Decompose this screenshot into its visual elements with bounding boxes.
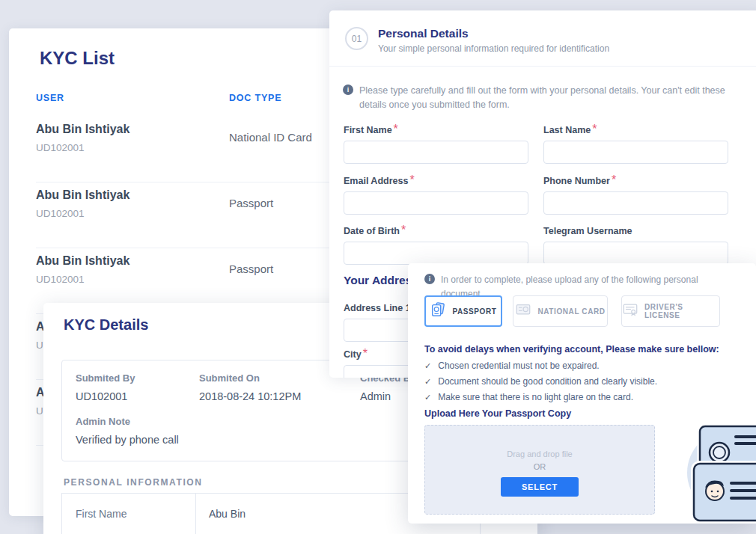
submitted-by-label: Submited By	[76, 372, 135, 384]
last-name-label: Last Name	[543, 125, 591, 135]
phone-number-input[interactable]	[543, 191, 728, 215]
form-note-text: Please type carefully and fill out the f…	[359, 84, 743, 113]
submitted-on-label: Submited On	[199, 372, 260, 384]
checklist-item-text: Make sure that there is no light glare o…	[438, 392, 633, 402]
first-name-label: First Name	[344, 125, 392, 135]
check-icon: ✓	[424, 377, 431, 387]
email-address-input[interactable]	[344, 191, 528, 215]
user-name: Abu Bin Ishtiyak	[36, 188, 129, 202]
your-address-title: Your Address	[344, 274, 418, 287]
required-mark: *	[592, 123, 597, 135]
user-id: UD102001	[36, 274, 85, 285]
user-id: UD102001	[36, 208, 85, 219]
header-divider	[329, 66, 756, 67]
national-card-doc-button[interactable]: NATIONAL CARD	[513, 295, 608, 327]
cell-divider	[195, 494, 196, 534]
doc-type: Passport	[229, 263, 273, 275]
drivers-license-icon	[622, 301, 638, 321]
user-name: Abu Bin Ishtiyak	[36, 123, 129, 136]
required-mark: *	[394, 123, 398, 135]
checklist-item-text: Document should be good condition and cl…	[438, 376, 657, 387]
first-name-row-value: Abu Bin	[209, 508, 246, 520]
address-line-1-label: Address Line 1	[344, 303, 411, 313]
city-label: City	[344, 349, 362, 360]
upload-here-title: Upload Here Your Passport Copy	[424, 408, 571, 419]
checklist-item: ✓ Chosen credential must not be expaired…	[424, 360, 600, 371]
upload-document-panel: i In order to complete, please upload an…	[408, 263, 756, 524]
telegram-username-input[interactable]	[543, 242, 728, 265]
personal-details-title: Personal Details	[378, 27, 469, 40]
kyc-details-title: KYC Details	[64, 316, 148, 334]
user-id: UD102001	[36, 142, 85, 153]
select-file-button[interactable]: SELECT	[501, 477, 579, 497]
check-icon: ✓	[424, 393, 431, 402]
column-header-user[interactable]: USER	[36, 93, 64, 103]
checklist-item: ✓ Make sure that there is no light glare…	[424, 392, 633, 402]
form-note: i Please type carefully and fill out the…	[343, 84, 743, 113]
submitted-on-value: 2018-08-24 10:12PM	[199, 390, 301, 402]
id-cards-illustration	[671, 419, 756, 534]
admin-note-label: Admin Note	[76, 416, 130, 427]
date-of-birth-label: Date of Birth	[344, 226, 400, 236]
phone-number-label: Phone Number	[543, 176, 610, 186]
telegram-username-field: Telegram Username*	[543, 224, 728, 265]
first-name-input[interactable]	[344, 141, 528, 164]
required-mark: *	[409, 174, 414, 186]
user-name: Abu Bin Ishtiyak	[36, 254, 129, 268]
submitted-by-value: UD102001	[76, 390, 127, 402]
date-of-birth-input[interactable]	[344, 242, 528, 265]
drivers-license-button-label: DRIVER'S LICENSE	[644, 303, 719, 319]
checked-by-value: Admin	[360, 390, 391, 402]
passport-button-label: PASSPORT	[452, 307, 496, 316]
admin-note-value: Verified by phone call	[76, 434, 179, 446]
doc-type: National ID Card	[229, 131, 312, 144]
passport-icon	[430, 301, 446, 321]
checklist-item: ✓ Document should be good condition and …	[424, 376, 657, 387]
step-number-badge: 01	[345, 27, 368, 50]
last-name-input[interactable]	[543, 141, 728, 164]
email-address-field: Email Address*	[344, 174, 528, 215]
kyc-admin-screen: KYC List USER DOC TYPE Abu Bin Ishtiyak …	[0, 0, 756, 534]
doc-type: Passport	[229, 197, 273, 209]
national-card-icon	[515, 301, 531, 321]
date-of-birth-field: Date of Birth*	[344, 224, 528, 265]
checklist-item-text: Chosen credential must not be expaired.	[438, 360, 599, 371]
column-header-doc-type[interactable]: DOC TYPE	[229, 93, 281, 103]
drivers-license-doc-button[interactable]: DRIVER'S LICENSE	[621, 295, 720, 327]
info-icon: i	[424, 274, 435, 284]
dropzone-hint: Drag and drop file	[425, 449, 654, 458]
required-mark: *	[401, 224, 406, 236]
email-address-label: Email Address	[344, 176, 408, 186]
check-icon: ✓	[424, 361, 431, 371]
required-mark: *	[363, 347, 368, 360]
info-icon: i	[343, 85, 353, 95]
dropzone-separator: OR	[425, 462, 654, 471]
personal-details-subtitle: Your simple personal information require…	[378, 43, 609, 54]
id-card-graphic	[694, 464, 756, 521]
national-card-button-label: NATIONAL CARD	[537, 307, 605, 316]
first-name-field: First Name*	[344, 123, 528, 164]
last-name-field: Last Name*	[543, 123, 728, 164]
first-name-row-label: First Name	[76, 508, 126, 520]
telegram-username-label: Telegram Username	[543, 226, 632, 236]
required-mark: *	[612, 174, 616, 186]
phone-number-field: Phone Number*	[543, 174, 728, 215]
personal-information-section-title: PERSONAL INFORMATION	[64, 477, 203, 488]
kyc-list-title: KYC List	[40, 48, 115, 69]
passport-doc-button[interactable]: PASSPORT	[424, 295, 502, 327]
checklist-title: To avoid delays when verifying account, …	[424, 344, 719, 355]
file-dropzone[interactable]: Drag and drop file OR SELECT	[424, 425, 655, 515]
